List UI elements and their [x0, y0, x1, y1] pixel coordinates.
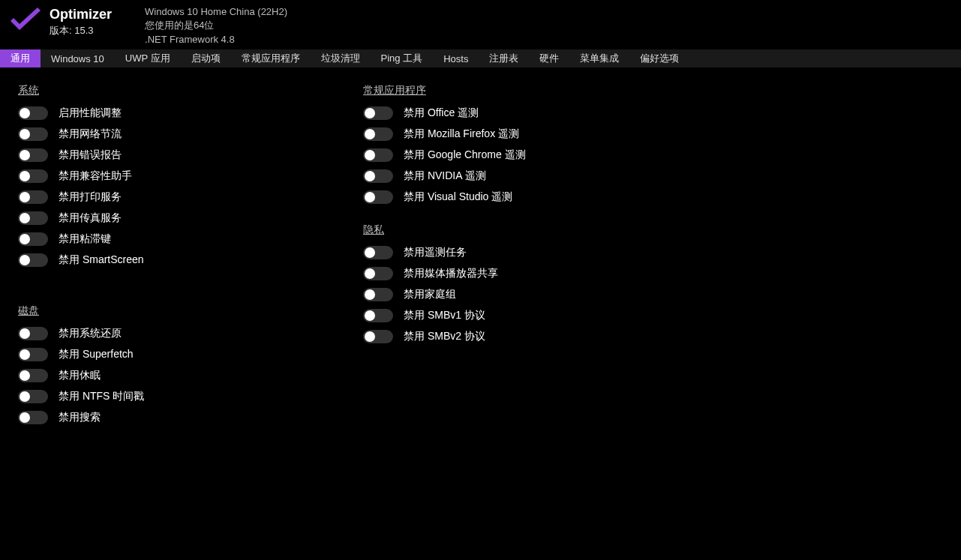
section-title-disk: 磁盘	[18, 304, 333, 318]
tab-cleaner[interactable]: 垃圾清理	[311, 49, 371, 67]
toggle-smbv2: 禁用 SMBv2 协议	[363, 330, 678, 343]
toggle-label: 禁用兼容性助手	[59, 169, 132, 183]
toggle-superfetch: 禁用 Superfetch	[18, 348, 333, 361]
tab-bar: 通用 Windows 10 UWP 应用 启动项 常规应用程序 垃圾清理 Pin…	[0, 49, 961, 67]
toggle-switch[interactable]	[363, 106, 393, 120]
right-column: 常规应用程序 禁用 Office 遥测 禁用 Mozilla Firefox 遥…	[363, 81, 678, 432]
toggle-label: 禁用 Office 遥测	[404, 106, 479, 120]
toggle-label: 禁用打印服务	[59, 190, 122, 204]
toggle-nvidia-telemetry: 禁用 NVIDIA 遥测	[363, 169, 678, 183]
tab-options[interactable]: 偏好选项	[629, 49, 689, 67]
toggle-switch[interactable]	[18, 169, 48, 183]
toggle-label: 禁用 SMBv2 协议	[404, 330, 485, 343]
arch-line: 您使用的是64位	[145, 19, 287, 32]
tab-uwp[interactable]: UWP 应用	[115, 49, 181, 67]
toggle-media-sharing: 禁用媒体播放器共享	[363, 267, 678, 280]
toggle-label: 禁用 Mozilla Firefox 遥测	[404, 127, 519, 141]
app-version: 版本: 15.3	[50, 24, 112, 37]
toggle-label: 启用性能调整	[59, 106, 122, 120]
tab-windows10[interactable]: Windows 10	[41, 49, 115, 67]
toggle-switch[interactable]	[363, 190, 393, 204]
toggle-switch[interactable]	[363, 330, 393, 343]
toggle-switch[interactable]	[18, 190, 48, 204]
toggle-switch[interactable]	[363, 169, 393, 183]
os-line: Windows 10 Home China (22H2)	[145, 6, 287, 17]
content: 系统 启用性能调整 禁用网络节流 禁用错误报告 禁用兼容性助手 禁用打印服务 禁…	[0, 67, 961, 445]
toggle-sticky-keys: 禁用粘滞键	[18, 232, 333, 246]
system-info: Windows 10 Home China (22H2) 您使用的是64位 .N…	[145, 4, 287, 45]
toggle-switch[interactable]	[18, 390, 48, 403]
toggle-switch[interactable]	[363, 127, 393, 141]
toggle-label: 禁用媒体播放器共享	[404, 267, 498, 280]
toggle-switch[interactable]	[18, 348, 48, 361]
tab-integrator[interactable]: 菜单集成	[569, 49, 629, 67]
dotnet-line: .NET Framework 4.8	[145, 34, 287, 45]
toggle-label: 禁用粘滞键	[59, 232, 111, 246]
section-title-system: 系统	[18, 84, 333, 97]
tab-hosts[interactable]: Hosts	[433, 49, 479, 67]
toggle-switch[interactable]	[18, 127, 48, 141]
toggle-network-throttling: 禁用网络节流	[18, 127, 333, 141]
toggle-fax-service: 禁用传真服务	[18, 211, 333, 225]
toggle-smartscreen: 禁用 SmartScreen	[18, 253, 333, 267]
tab-common-apps[interactable]: 常规应用程序	[231, 49, 311, 67]
tab-general[interactable]: 通用	[0, 49, 41, 67]
toggle-smbv1: 禁用 SMBv1 协议	[363, 309, 678, 322]
toggle-office-telemetry: 禁用 Office 遥测	[363, 106, 678, 120]
header: Optimizer 版本: 15.3 Windows 10 Home China…	[0, 0, 961, 49]
logo-block: Optimizer 版本: 15.3	[8, 4, 112, 38]
toggle-switch[interactable]	[363, 246, 393, 259]
toggle-performance-tweaks: 启用性能调整	[18, 106, 333, 120]
toggle-system-restore: 禁用系统还原	[18, 327, 333, 340]
toggle-label: 禁用家庭组	[404, 288, 456, 301]
check-icon	[8, 6, 44, 38]
toggle-telemetry-tasks: 禁用遥测任务	[363, 246, 678, 259]
toggle-switch[interactable]	[363, 148, 393, 162]
toggle-label: 禁用搜索	[59, 411, 101, 424]
toggle-switch[interactable]	[18, 369, 48, 382]
toggle-switch[interactable]	[18, 327, 48, 340]
toggle-label: 禁用 Google Chrome 遥测	[404, 148, 526, 162]
left-column: 系统 启用性能调整 禁用网络节流 禁用错误报告 禁用兼容性助手 禁用打印服务 禁…	[18, 81, 333, 432]
toggle-switch[interactable]	[18, 411, 48, 424]
toggle-label: 禁用网络节流	[59, 127, 122, 141]
tab-startup[interactable]: 启动项	[181, 49, 231, 67]
toggle-label: 禁用错误报告	[59, 148, 122, 162]
toggle-ntfs-timestamp: 禁用 NTFS 时间戳	[18, 390, 333, 403]
toggle-switch[interactable]	[18, 106, 48, 120]
toggle-label: 禁用 Visual Studio 遥测	[404, 190, 512, 204]
toggle-vs-telemetry: 禁用 Visual Studio 遥测	[363, 190, 678, 204]
toggle-switch[interactable]	[18, 211, 48, 225]
toggle-label: 禁用 Superfetch	[59, 348, 134, 361]
toggle-error-reporting: 禁用错误报告	[18, 148, 333, 162]
toggle-compat-assistant: 禁用兼容性助手	[18, 169, 333, 183]
toggle-label: 禁用 NTFS 时间戳	[59, 390, 144, 403]
toggle-label: 禁用 SmartScreen	[59, 253, 144, 267]
tab-registry[interactable]: 注册表	[479, 49, 529, 67]
toggle-print-service: 禁用打印服务	[18, 190, 333, 204]
toggle-label: 禁用 NVIDIA 遥测	[404, 169, 486, 183]
toggle-switch[interactable]	[363, 309, 393, 322]
toggle-label: 禁用休眠	[59, 369, 101, 382]
section-title-privacy: 隐私	[363, 223, 678, 237]
section-title-apps: 常规应用程序	[363, 84, 678, 97]
toggle-search: 禁用搜索	[18, 411, 333, 424]
toggle-switch[interactable]	[18, 148, 48, 162]
toggle-firefox-telemetry: 禁用 Mozilla Firefox 遥测	[363, 127, 678, 141]
toggle-switch[interactable]	[363, 288, 393, 301]
toggle-hibernation: 禁用休眠	[18, 369, 333, 382]
toggle-label: 禁用遥测任务	[404, 246, 467, 259]
toggle-chrome-telemetry: 禁用 Google Chrome 遥测	[363, 148, 678, 162]
toggle-label: 禁用 SMBv1 协议	[404, 309, 485, 322]
tab-hardware[interactable]: 硬件	[529, 49, 569, 67]
toggle-homegroup: 禁用家庭组	[363, 288, 678, 301]
toggle-switch[interactable]	[18, 253, 48, 267]
toggle-label: 禁用传真服务	[59, 211, 122, 225]
app-title: Optimizer	[50, 7, 112, 22]
tab-ping[interactable]: Ping 工具	[371, 49, 434, 67]
toggle-label: 禁用系统还原	[59, 327, 122, 340]
toggle-switch[interactable]	[18, 232, 48, 246]
toggle-switch[interactable]	[363, 267, 393, 280]
